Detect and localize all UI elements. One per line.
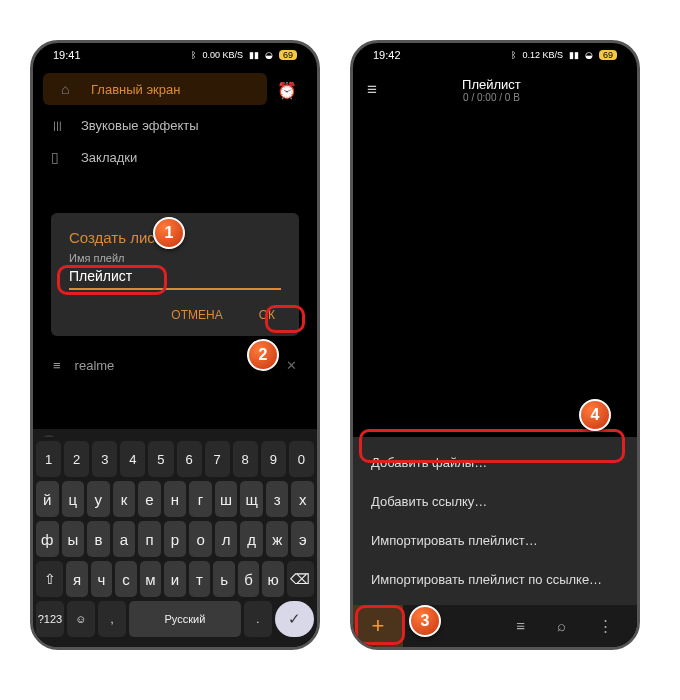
key-ч[interactable]: ч: [91, 561, 113, 597]
more-icon[interactable]: ⋮: [598, 617, 613, 635]
key-4[interactable]: 4: [120, 441, 145, 477]
key-е[interactable]: е: [138, 481, 161, 517]
bt-icon: ᛒ: [511, 50, 516, 60]
battery-badge: 69: [599, 50, 617, 60]
key-к[interactable]: к: [113, 481, 136, 517]
menu-label: Закладки: [81, 150, 137, 165]
key-я[interactable]: я: [66, 561, 88, 597]
key-9[interactable]: 9: [261, 441, 286, 477]
shift-key[interactable]: ⇧: [36, 561, 63, 597]
key-у[interactable]: у: [87, 481, 110, 517]
playlist-name-input[interactable]: Плейлист: [69, 266, 281, 290]
key-6[interactable]: 6: [177, 441, 202, 477]
phone-left: 19:41 ᛒ 0.00 KB/S ▮▮ ◒ 69 ⏰ ⌂ Главный эк…: [30, 40, 320, 650]
key-п[interactable]: п: [138, 521, 161, 557]
sort-icon[interactable]: ≡: [516, 617, 525, 635]
key-щ[interactable]: щ: [240, 481, 263, 517]
page-title: Плейлист 0 / 0:00 / 0 B: [391, 77, 592, 103]
key-л[interactable]: л: [215, 521, 238, 557]
home-icon: ⌂: [61, 81, 77, 97]
key-д[interactable]: д: [240, 521, 263, 557]
key-р[interactable]: р: [164, 521, 187, 557]
toolbar-icons: ≡ ⌕ ⋮: [403, 617, 637, 635]
net-speed: 0.00 KB/S: [202, 50, 243, 60]
symbols-key[interactable]: ?123: [36, 601, 64, 637]
key-5[interactable]: 5: [148, 441, 173, 477]
equalizer-icon: ⫼: [51, 117, 67, 133]
key-ф[interactable]: ф: [36, 521, 59, 557]
battery-badge: 69: [279, 50, 297, 60]
net-speed: 0.12 KB/S: [522, 50, 563, 60]
period-key[interactable]: .: [244, 601, 272, 637]
title-text: Плейлист: [391, 77, 592, 92]
key-з[interactable]: з: [266, 481, 289, 517]
add-button[interactable]: +: [353, 605, 403, 647]
key-ц[interactable]: ц: [62, 481, 85, 517]
key-т[interactable]: т: [189, 561, 211, 597]
key-м[interactable]: м: [140, 561, 162, 597]
menu-item-bookmarks[interactable]: ▯ Закладки: [33, 141, 317, 173]
menu-item-home[interactable]: ⌂ Главный экран: [43, 73, 267, 105]
search-icon[interactable]: ⌕: [557, 617, 566, 635]
kb-row-3-letters: ячсмитьбю: [66, 561, 284, 597]
backspace-key[interactable]: ⌫: [287, 561, 314, 597]
key-б[interactable]: б: [238, 561, 260, 597]
key-н[interactable]: н: [164, 481, 187, 517]
menu-item-fx[interactable]: ⫼ Звуковые эффекты: [33, 109, 317, 141]
key-с[interactable]: с: [115, 561, 137, 597]
sheet-item-add-link[interactable]: Добавить ссылку…: [353, 482, 637, 521]
space-key[interactable]: Русский: [129, 601, 241, 637]
key-8[interactable]: 8: [233, 441, 258, 477]
list-icon: ≡: [53, 358, 61, 373]
comma-key[interactable]: ,: [98, 601, 126, 637]
key-ш[interactable]: ш: [215, 481, 238, 517]
key-о[interactable]: о: [189, 521, 212, 557]
key-х[interactable]: х: [291, 481, 314, 517]
create-playlist-dialog: Создать лист Имя плейл Плейлист ОТМЕНА О…: [51, 213, 299, 336]
status-bar: 19:42 ᛒ 0.12 KB/S ▮▮ ◒ 69: [353, 43, 637, 67]
step-badge-4: 4: [579, 399, 611, 431]
kb-row-2: фывапролджэ: [36, 521, 314, 557]
status-icons: ᛒ 0.00 KB/S ▮▮ ◒ 69: [191, 50, 297, 60]
key-0[interactable]: 0: [289, 441, 314, 477]
key-г[interactable]: г: [189, 481, 212, 517]
bookmark-icon: ▯: [51, 149, 67, 165]
menu-label: Главный экран: [91, 82, 180, 97]
key-э[interactable]: э: [291, 521, 314, 557]
key-3[interactable]: 3: [92, 441, 117, 477]
wifi-icon: ◒: [585, 50, 593, 60]
app-header: ≡ Плейлист 0 / 0:00 / 0 B: [353, 67, 637, 113]
key-ы[interactable]: ы: [62, 521, 85, 557]
sheet-item-add-files[interactable]: Добавить файлы…: [353, 443, 637, 482]
sheet-item-import[interactable]: Импортировать плейлист…: [353, 521, 637, 560]
kb-row-3: ⇧ ячсмитьбю ⌫: [36, 561, 314, 597]
cancel-button[interactable]: ОТМЕНА: [165, 304, 228, 326]
signal-icon: ▮▮: [569, 50, 579, 60]
sheet-item-import-link[interactable]: Импортировать плейлист по ссылке…: [353, 560, 637, 599]
ok-button[interactable]: ОК: [253, 304, 281, 326]
key-и[interactable]: и: [164, 561, 186, 597]
keyboard: 1234567890 йцукенгшщзх фывапролджэ ⇧ ячс…: [33, 437, 317, 647]
list-item[interactable]: ≡ realme ✕: [33, 348, 317, 383]
wifi-icon: ◒: [265, 50, 273, 60]
status-bar: 19:41 ᛒ 0.00 KB/S ▮▮ ◒ 69: [33, 43, 317, 67]
emoji-key[interactable]: ☺: [67, 601, 95, 637]
key-ж[interactable]: ж: [266, 521, 289, 557]
add-menu-sheet: Добавить файлы… Добавить ссылку… Импорти…: [353, 437, 637, 605]
key-в[interactable]: в: [87, 521, 110, 557]
dialog-title: Создать лист: [69, 229, 281, 246]
enter-key[interactable]: ✓: [275, 601, 314, 637]
key-й[interactable]: й: [36, 481, 59, 517]
key-а[interactable]: а: [113, 521, 136, 557]
key-7[interactable]: 7: [205, 441, 230, 477]
key-1[interactable]: 1: [36, 441, 61, 477]
key-ь[interactable]: ь: [213, 561, 235, 597]
key-ю[interactable]: ю: [262, 561, 284, 597]
alarm-icon[interactable]: ⏰: [277, 81, 297, 100]
dialog-field-label: Имя плейл: [69, 252, 281, 264]
status-time: 19:41: [53, 49, 81, 61]
key-2[interactable]: 2: [64, 441, 89, 477]
kb-num-row: 1234567890: [36, 441, 314, 477]
close-icon[interactable]: ✕: [286, 358, 297, 373]
hamburger-icon[interactable]: ≡: [367, 80, 377, 100]
